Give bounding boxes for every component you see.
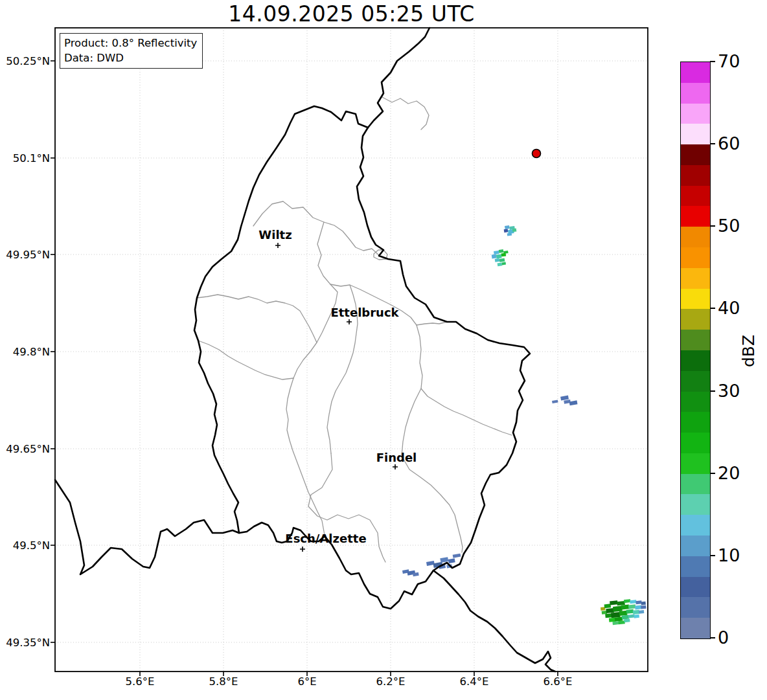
colorbar-segment xyxy=(681,186,710,207)
radar-site-dot xyxy=(532,150,541,158)
echo-cell xyxy=(426,561,435,566)
colorbar-segment xyxy=(681,474,710,495)
echo-cell xyxy=(634,615,639,618)
colorbar-segment xyxy=(681,309,710,330)
echo-cell xyxy=(560,396,569,401)
colorbar-segment xyxy=(681,618,710,638)
echo-cell xyxy=(610,600,618,605)
x-tick-label: 6.4°E xyxy=(460,675,489,688)
echo-cell xyxy=(615,617,623,622)
city-marker-plus-icon xyxy=(347,319,352,324)
colorbar-segment xyxy=(681,412,710,433)
colorbar-segment xyxy=(681,494,710,515)
colorbar-tick-label: 10 xyxy=(718,545,740,565)
echo-cell xyxy=(552,400,558,403)
colorbar-segment xyxy=(681,350,710,371)
echo-south-large xyxy=(426,554,462,572)
colorbar-segment xyxy=(681,124,710,144)
colorbar-tickmark xyxy=(710,555,715,556)
admin-border-path xyxy=(198,341,293,379)
admin-border-path xyxy=(286,378,325,535)
colorbar-segment xyxy=(681,556,710,577)
echo-cell xyxy=(630,600,636,604)
colorbar-tickmark xyxy=(710,61,715,62)
x-tick-label: 5.8°E xyxy=(209,675,238,688)
echo-cell xyxy=(499,249,504,253)
echo-cell xyxy=(639,610,644,614)
colorbar-tickmark xyxy=(710,473,715,474)
colorbar-tick-label: 70 xyxy=(718,51,740,71)
city-marker-plus-icon xyxy=(275,243,280,248)
colorbar-segment xyxy=(681,433,710,453)
map-canvas: WiltzEttelbruckFindelEsch/Alzette xyxy=(0,0,767,700)
colorbar-segment xyxy=(681,206,710,227)
echo-cell xyxy=(624,599,630,603)
colorbar-tickmark xyxy=(710,143,715,144)
echo-cell xyxy=(624,618,630,622)
echo-cell xyxy=(605,613,612,618)
echo-cell xyxy=(604,604,612,608)
colorbar-segment xyxy=(681,289,710,310)
admin-border-path xyxy=(308,453,385,562)
echo-cell xyxy=(611,612,621,618)
colorbar-segment xyxy=(681,536,710,556)
echo-cell xyxy=(495,258,500,262)
echo-cell xyxy=(633,610,640,615)
colorbar-segment xyxy=(681,247,710,268)
echo-cell xyxy=(501,253,507,256)
colorbar-segment xyxy=(681,104,710,124)
echo-cell xyxy=(499,258,505,262)
y-tick-label: 49.95°N xyxy=(3,249,50,261)
colorbar-tick-label: 30 xyxy=(718,380,740,400)
radar-figure: 14.09.2025 05:25 UTC WiltzEttelbruckFind… xyxy=(0,0,767,700)
city-label: Findel xyxy=(376,451,417,464)
y-tick-label: 49.5°N xyxy=(3,539,50,552)
y-tick-label: 50.25°N xyxy=(3,55,50,67)
echo-cell xyxy=(641,605,646,609)
echo-cell xyxy=(613,606,623,612)
colorbar-segment xyxy=(681,227,710,247)
echo-cell xyxy=(504,229,509,232)
echo-cell xyxy=(494,251,499,254)
echo-cell xyxy=(496,254,502,258)
colorbar-segment xyxy=(681,83,710,104)
echo-cell xyxy=(626,609,634,614)
colorbar-segment xyxy=(681,62,710,83)
echo-cell xyxy=(635,605,642,609)
echo-cell xyxy=(512,229,517,232)
echo-cell xyxy=(606,608,614,613)
x-tick-label: 5.6°E xyxy=(126,675,155,688)
city-marker-plus-icon xyxy=(300,547,305,552)
echo-southeast-strong xyxy=(600,598,647,626)
admin-border-path xyxy=(293,222,338,378)
colorbar-tickmark xyxy=(710,225,715,227)
city-label: Wiltz xyxy=(258,228,292,242)
echo-cell xyxy=(612,621,619,625)
colorbar-tick-label: 0 xyxy=(718,627,729,648)
colorbar-segment xyxy=(681,165,710,186)
x-tick-label: 6°E xyxy=(297,675,316,688)
country-border-path xyxy=(433,570,555,672)
country-border-path xyxy=(368,28,429,128)
echo-cell xyxy=(569,400,578,405)
echo-south-small xyxy=(402,568,419,578)
admin-border-path xyxy=(402,389,421,456)
echo-cell xyxy=(505,225,510,229)
colorbar-segment xyxy=(681,577,710,598)
echo-cell xyxy=(641,602,645,605)
echo-cell xyxy=(618,620,624,624)
colorbar-segment xyxy=(681,515,710,536)
admin-border-path xyxy=(382,97,429,130)
echo-cell xyxy=(609,618,616,622)
colorbar-tickmark xyxy=(710,308,715,309)
colorbar-tick-label: 50 xyxy=(718,216,740,236)
echo-cell xyxy=(502,262,506,265)
country-border-path xyxy=(55,480,239,574)
echo-cell xyxy=(628,615,634,618)
colorbar-tick-label: 40 xyxy=(718,298,740,318)
colorbar-segment xyxy=(681,330,710,350)
echo-cell xyxy=(621,604,630,609)
colorbar-segment xyxy=(681,268,710,289)
echo-east xyxy=(551,394,577,408)
echo-cell xyxy=(448,558,455,563)
